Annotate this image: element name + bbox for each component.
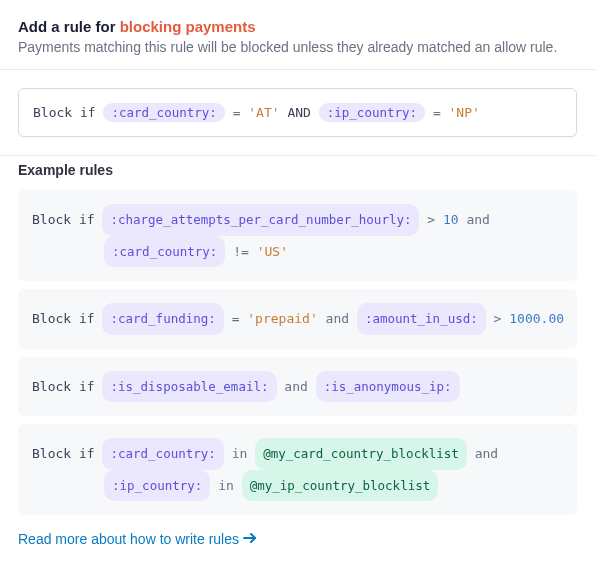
field-chip: :charge_attempts_per_card_number_hourly: bbox=[102, 204, 419, 236]
value-number: 1000.00 bbox=[509, 311, 564, 326]
operator: > bbox=[427, 212, 435, 227]
page-title: Add a rule for blocking payments bbox=[18, 18, 577, 35]
read-more-link[interactable]: Read more about how to write rules bbox=[18, 523, 257, 555]
field-chip: :card_funding: bbox=[102, 303, 223, 335]
and-operator: and bbox=[475, 446, 498, 461]
field-chip: :is_anonymous_ip: bbox=[316, 371, 460, 403]
field-chip: :card_country: bbox=[102, 438, 223, 470]
field-chip: :card_country: bbox=[103, 103, 224, 122]
list-chip: @my_ip_country_blocklist bbox=[242, 470, 439, 502]
field-chip: :ip_country: bbox=[104, 470, 210, 502]
in-operator: in bbox=[218, 478, 234, 493]
example-rule: Block if :card_country: in @my_card_coun… bbox=[18, 424, 577, 515]
rule-editor-section: Block if :card_country: = 'AT' AND :ip_c… bbox=[0, 70, 595, 155]
rule-keyword: Block if bbox=[32, 311, 95, 326]
rule-keyword: Block if bbox=[32, 379, 95, 394]
and-operator: and bbox=[284, 379, 307, 394]
value-number: 10 bbox=[443, 212, 459, 227]
and-operator: AND bbox=[287, 105, 310, 120]
operator: != bbox=[233, 244, 249, 259]
list-chip: @my_card_country_blocklist bbox=[255, 438, 467, 470]
field-chip: :card_country: bbox=[104, 236, 225, 268]
and-operator: and bbox=[326, 311, 349, 326]
title-prefix: Add a rule for bbox=[18, 18, 120, 35]
value-string: 'prepaid' bbox=[247, 311, 317, 326]
examples-section: Example rules Block if :charge_attempts_… bbox=[0, 156, 595, 564]
header: Add a rule for blocking payments Payment… bbox=[0, 0, 595, 69]
rule-keyword: Block if bbox=[32, 212, 95, 227]
field-chip: :ip_country: bbox=[319, 103, 425, 122]
in-operator: in bbox=[232, 446, 248, 461]
example-rule: Block if :charge_attempts_per_card_numbe… bbox=[18, 190, 577, 281]
field-chip: :amount_in_usd: bbox=[357, 303, 486, 335]
read-more-label: Read more about how to write rules bbox=[18, 531, 239, 547]
value-string: 'AT' bbox=[248, 105, 279, 120]
example-rule: Block if :card_funding: = 'prepaid' and … bbox=[18, 289, 577, 349]
title-accent: blocking payments bbox=[120, 18, 256, 35]
operator: > bbox=[494, 311, 502, 326]
arrow-right-icon bbox=[243, 531, 257, 547]
rule-keyword: Block if bbox=[33, 105, 96, 120]
example-rule: Block if :is_disposable_email: and :is_a… bbox=[18, 357, 577, 417]
rule-editor[interactable]: Block if :card_country: = 'AT' AND :ip_c… bbox=[18, 88, 577, 137]
operator: = bbox=[233, 105, 241, 120]
page-subtitle: Payments matching this rule will be bloc… bbox=[18, 39, 577, 55]
operator: = bbox=[433, 105, 441, 120]
value-string: 'US' bbox=[257, 244, 288, 259]
value-string: 'NP' bbox=[449, 105, 480, 120]
field-chip: :is_disposable_email: bbox=[102, 371, 276, 403]
rule-keyword: Block if bbox=[32, 446, 95, 461]
examples-title: Example rules bbox=[18, 162, 577, 178]
operator: = bbox=[232, 311, 240, 326]
and-operator: and bbox=[466, 212, 489, 227]
